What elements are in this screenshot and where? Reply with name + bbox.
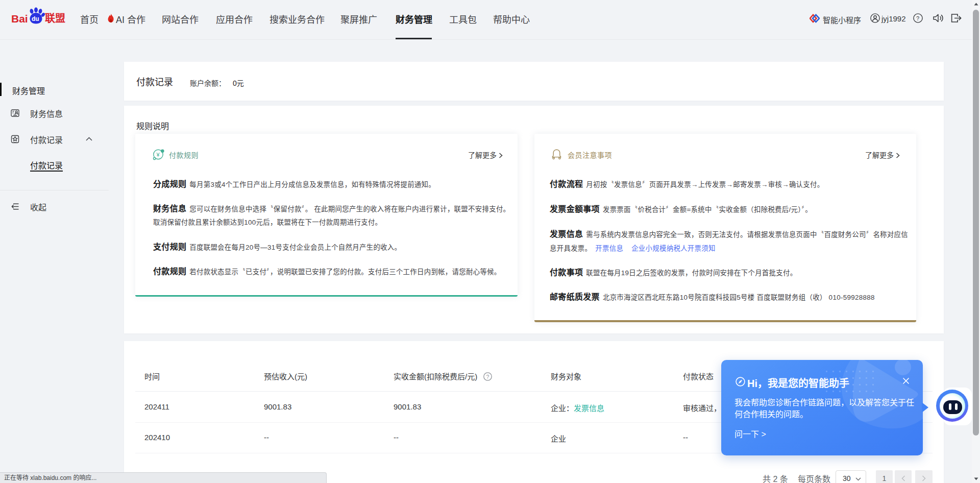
svg-text:?: ?: [916, 15, 919, 21]
svg-text:¥: ¥: [156, 152, 160, 158]
svg-text:Bai: Bai: [11, 13, 28, 25]
svg-text:du: du: [32, 15, 39, 22]
svg-text:联盟: 联盟: [45, 13, 65, 24]
svg-text:?: ?: [486, 374, 489, 380]
